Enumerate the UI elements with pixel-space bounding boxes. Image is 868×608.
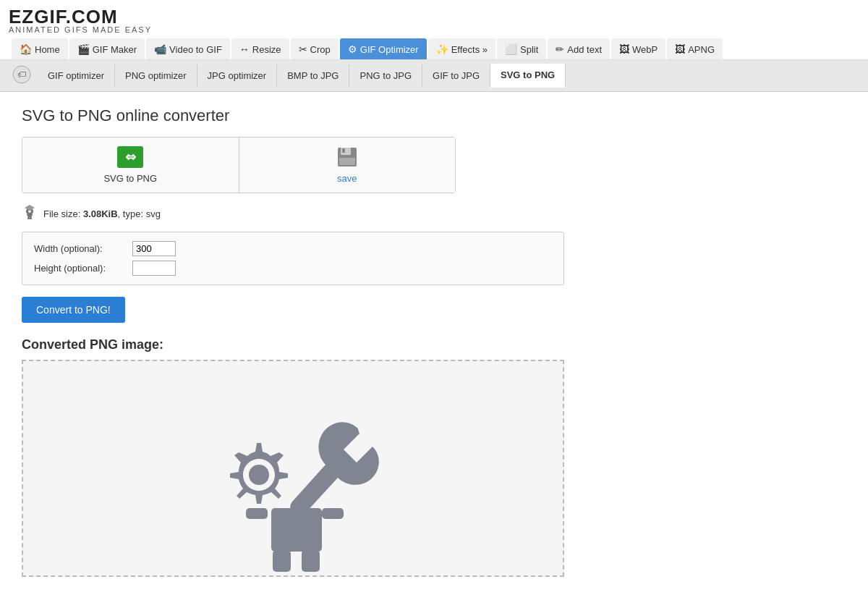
convert-button[interactable]: Convert to PNG! <box>22 297 125 323</box>
apng-icon: 🖼 <box>675 43 685 55</box>
logo-main: EZGIF.COM <box>9 6 118 28</box>
nav-item-gif-maker[interactable]: 🎬 GIF Maker <box>69 38 145 59</box>
nav-label-add-text: Add text <box>567 44 602 55</box>
nav-item-webp[interactable]: 🖼 WebP <box>611 38 665 59</box>
file-size-value: 3.08KiB <box>83 208 118 219</box>
svg-rect-7 <box>339 158 355 165</box>
main-content: SVG to PNG online converter ⇔ SVG to PNG <box>0 92 868 591</box>
converted-title: Converted PNG image: <box>22 337 846 352</box>
subnav-bmp-to-jpg[interactable]: BMP to JPG <box>277 64 349 87</box>
nav-label-video: Video to GIF <box>169 44 222 55</box>
nav-label-resize: Resize <box>252 44 281 55</box>
nav-label-gif-maker: GIF Maker <box>93 44 137 55</box>
convert-button-label: Convert to PNG! <box>36 304 111 316</box>
nav-item-home[interactable]: 🏠 Home <box>12 38 68 59</box>
effects-icon: ✨ <box>436 43 448 55</box>
split-icon: ⬜ <box>505 43 517 55</box>
nav-label-crop: Crop <box>310 44 331 55</box>
svg-rect-17 <box>273 550 291 572</box>
main-nav: 🏠 Home 🎬 GIF Maker 📹 Video to GIF ↔ Resi… <box>9 38 859 59</box>
webp-icon: 🖼 <box>619 43 629 55</box>
file-info-row: File size: 3.08KiB, type: svg <box>22 205 846 223</box>
svg-rect-14 <box>271 508 322 552</box>
video-icon: 📹 <box>154 43 166 55</box>
nav-label-optimizer: GIF Optimizer <box>360 44 419 55</box>
nav-label-effects: Effects » <box>451 44 488 55</box>
height-label: Height (optional): <box>34 263 128 274</box>
svg-to-png-icon: ⇔ <box>117 146 143 170</box>
file-icon <box>22 205 38 223</box>
nav-item-split[interactable]: ⬜ Split <box>497 38 546 59</box>
gif-maker-icon: 🎬 <box>77 43 90 55</box>
save-label: save <box>337 173 357 184</box>
save-button[interactable]: save <box>239 138 456 193</box>
svg-rect-13 <box>30 217 32 219</box>
options-box: Width (optional): Height (optional): <box>22 232 564 285</box>
svg-rect-6 <box>342 148 345 153</box>
height-option-row: Height (optional): <box>34 261 552 276</box>
text-icon: ✏ <box>556 43 564 55</box>
page-title: SVG to PNG online converter <box>22 106 846 125</box>
nav-item-crop[interactable]: ✂ Crop <box>291 38 339 59</box>
nav-label-split: Split <box>520 44 538 55</box>
nav-label-home: Home <box>35 44 60 55</box>
subnav-png-to-jpg[interactable]: PNG to JPG <box>349 64 422 87</box>
nav-item-resize[interactable]: ↔ Resize <box>231 38 289 59</box>
home-icon: 🏠 <box>20 43 32 55</box>
svg-rect-11 <box>27 216 32 217</box>
file-size-text: File size: 3.08KiB, type: svg <box>43 208 161 219</box>
optimizer-icon: ⚙ <box>348 43 357 55</box>
nav-item-add-text[interactable]: ✏ Add text <box>548 38 610 59</box>
logo[interactable]: EZGIF.COM ANIMATED GIFS MADE EASY <box>9 6 859 38</box>
svg-rect-18 <box>302 550 320 572</box>
action-buttons-row: ⇔ SVG to PNG save <box>22 137 456 193</box>
subnav-jpg-optimizer[interactable]: JPG optimizer <box>197 64 278 87</box>
logo-sub: ANIMATED GIFS MADE EASY <box>9 25 152 34</box>
nav-item-gif-optimizer[interactable]: ⚙ GIF Optimizer <box>340 38 427 59</box>
height-input[interactable] <box>132 261 176 276</box>
nav-item-video-to-gif[interactable]: 📹 Video to GIF <box>146 38 230 59</box>
svg-text:🏷: 🏷 <box>17 69 26 80</box>
width-input[interactable] <box>132 241 176 256</box>
width-option-row: Width (optional): <box>34 241 552 256</box>
subnav-gif-to-jpg[interactable]: GIF to JPG <box>422 64 490 87</box>
svg-text:⇔: ⇔ <box>125 150 136 164</box>
file-size-prefix: File size: <box>43 208 83 219</box>
sub-nav: 🏷 GIF optimizer PNG optimizer JPG optimi… <box>0 60 868 92</box>
subnav-svg-to-png[interactable]: SVG to PNG <box>490 64 566 88</box>
svg-to-png-button[interactable]: ⇔ SVG to PNG <box>22 138 239 193</box>
svg-rect-12 <box>27 217 30 219</box>
subnav-gif-optimizer[interactable]: GIF optimizer <box>38 64 115 87</box>
nav-item-effects[interactable]: ✨ Effects » <box>428 38 495 59</box>
subnav-logo-icon: 🏷 <box>6 60 38 91</box>
resize-icon: ↔ <box>239 43 250 55</box>
nav-label-webp: WebP <box>632 44 658 55</box>
save-icon <box>336 146 358 170</box>
svg-to-png-label: SVG to PNG <box>103 173 157 184</box>
svg-rect-15 <box>246 508 268 519</box>
nav-item-apng[interactable]: 🖼 APNG <box>667 38 723 59</box>
subnav-png-optimizer[interactable]: PNG optimizer <box>115 64 197 87</box>
svg-rect-10 <box>27 214 33 216</box>
nav-label-apng: APNG <box>688 44 715 55</box>
file-type-text: , type: svg <box>118 208 161 219</box>
svg-rect-16 <box>322 508 344 519</box>
preview-box <box>22 360 564 577</box>
crop-icon: ✂ <box>299 43 307 55</box>
width-label: Width (optional): <box>34 243 128 254</box>
